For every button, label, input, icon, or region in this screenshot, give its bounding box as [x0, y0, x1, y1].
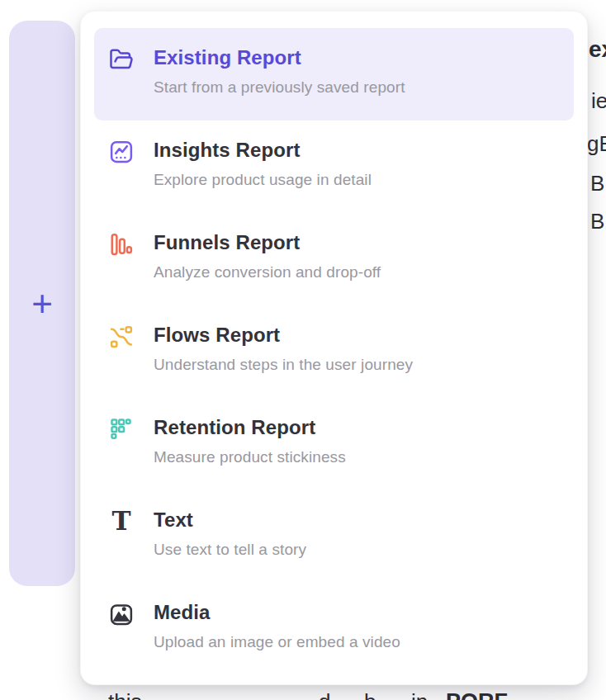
- clipped-bottom-text: this: [108, 689, 141, 700]
- screenshot-root: ex ie gE B B this d b in PORF + Existing…: [0, 0, 606, 700]
- menu-item-retention-report[interactable]: Retention Report Measure product stickin…: [94, 398, 574, 490]
- menu-item-subtitle: Measure product stickiness: [154, 447, 346, 466]
- menu-item-existing-report[interactable]: Existing Report Start from a previously …: [94, 28, 574, 121]
- add-report-menu-items: Existing Report Start from a previously …: [94, 28, 574, 675]
- menu-item-title: Flows Report: [154, 324, 413, 347]
- media-image-icon: [109, 602, 134, 627]
- menu-item-text[interactable]: T Text Use text to tell a story: [94, 490, 574, 583]
- clipped-background-text: ex: [589, 36, 606, 63]
- retention-grid-icon: [109, 417, 134, 442]
- flows-icon: [109, 324, 134, 349]
- text-icon: T: [109, 509, 134, 534]
- menu-item-title: Text: [154, 508, 306, 532]
- clipped-bottom-text: in: [411, 689, 428, 700]
- clipped-background-text: ie: [591, 88, 606, 114]
- menu-item-subtitle: Use text to tell a story: [154, 540, 306, 559]
- insights-chart-icon: [109, 140, 134, 164]
- menu-item-funnels-report[interactable]: Funnels Report Analyze conversion and dr…: [94, 213, 574, 305]
- menu-item-title: Retention Report: [154, 416, 346, 439]
- clipped-background-text: B: [590, 209, 604, 234]
- menu-item-subtitle: Explore product usage in detail: [154, 170, 372, 189]
- board-side-rail: +: [9, 21, 75, 586]
- clipped-bottom-text: b: [364, 689, 376, 700]
- menu-item-subtitle: Start from a previously saved report: [154, 78, 405, 97]
- clipped-background-text: B: [590, 171, 604, 196]
- funnel-bars-icon: [109, 232, 134, 257]
- menu-item-title: Existing Report: [154, 46, 405, 69]
- folder-open-icon: [109, 47, 134, 72]
- menu-item-title: Insights Report: [154, 139, 372, 162]
- clipped-bottom-text: PORF: [446, 689, 508, 700]
- add-report-menu: Existing Report Start from a previously …: [80, 11, 588, 685]
- menu-item-subtitle: Analyze conversion and drop-off: [154, 262, 381, 281]
- menu-item-insights-report[interactable]: Insights Report Explore product usage in…: [94, 121, 574, 213]
- clipped-bottom-text: d: [319, 689, 330, 700]
- menu-item-title: Funnels Report: [154, 231, 381, 254]
- menu-item-flows-report[interactable]: Flows Report Understand steps in the use…: [94, 305, 574, 398]
- clipped-background-text: gE: [587, 131, 606, 157]
- menu-item-title: Media: [154, 601, 400, 624]
- menu-item-subtitle: Understand steps in the user journey: [154, 355, 413, 374]
- menu-item-media[interactable]: Media Upload an image or embed a video: [94, 583, 574, 675]
- add-content-button[interactable]: +: [31, 286, 53, 322]
- menu-item-subtitle: Upload an image or embed a video: [154, 632, 400, 651]
